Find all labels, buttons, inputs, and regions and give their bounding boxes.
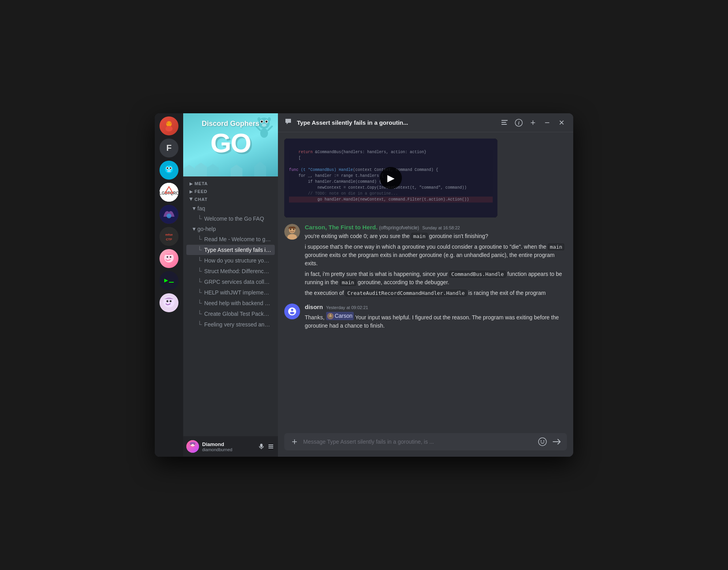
category-feed[interactable]: ▶ FEED — [183, 188, 278, 195]
mention-carson[interactable]: Carson — [326, 312, 354, 320]
minimize-button[interactable]: − — [542, 117, 553, 128]
thread-list-button[interactable] — [499, 117, 510, 128]
server-icon-f[interactable]: F — [159, 139, 178, 158]
server-icon-dark[interactable] — [159, 205, 178, 224]
channel-welcome-faq[interactable]: └ Welcome to the Go FAQ — [186, 214, 275, 224]
channel-read-me[interactable]: └ Read Me - Welcome to go-h... — [186, 234, 275, 244]
svg-point-30 — [266, 121, 268, 123]
svg-rect-21 — [159, 271, 178, 290]
svg-point-9 — [167, 170, 171, 172]
category-feed-arrow: ▶ — [190, 189, 193, 194]
svg-point-58 — [329, 315, 330, 315]
toggle-mute-button[interactable] — [257, 442, 265, 450]
video-embed: return &CommandBus{handlers: handlers, a… — [284, 139, 497, 218]
message-text-1: you're exiting with code 0; are you sure… — [305, 232, 567, 240]
svg-rect-47 — [501, 122, 506, 123]
server-name: Discord Gophers — [202, 120, 259, 128]
subcategory-faq[interactable]: ▶ faq — [186, 204, 275, 213]
app-window: F LGBTQRC — [155, 113, 573, 457]
server-icon-gopher[interactable] — [159, 161, 178, 180]
channel-backend[interactable]: └ Need help with backend choi... — [186, 298, 275, 308]
message-disorn: disorn Yesterday at 09:02:21 Thanks, — [284, 304, 567, 330]
svg-point-19 — [167, 256, 168, 258]
svg-point-61 — [540, 441, 542, 442]
close-button[interactable]: ✕ — [556, 117, 567, 128]
server-icon-anime[interactable] — [159, 249, 178, 268]
server-icon-lgbtq[interactable]: LGBTQRC — [159, 183, 178, 202]
svg-point-57 — [329, 314, 332, 317]
send-button[interactable] — [551, 436, 562, 447]
video-thumbnail[interactable]: return &CommandBus{handlers: handlers, a… — [284, 139, 497, 218]
message-content-disorn: disorn Yesterday at 09:02:21 Thanks, — [305, 304, 567, 330]
channel-struct-method[interactable]: └ Struct Method: Difference be... — [186, 266, 275, 276]
message-text-2: i suppose that's the one way in which a … — [305, 243, 567, 268]
add-button[interactable]: + — [527, 117, 538, 128]
channel-how-structure[interactable]: └ How do you structure your pr... — [186, 255, 275, 266]
header-icons: i + − ✕ — [499, 117, 567, 128]
message-author-disorn: disorn — [305, 304, 323, 310]
svg-point-0 — [166, 121, 172, 127]
channel-jwt[interactable]: └ HELP withJWT implementati... — [186, 287, 275, 298]
server-icon-1[interactable] — [159, 116, 178, 135]
mention-text: Carson — [335, 312, 353, 320]
svg-point-14 — [167, 214, 171, 218]
info-button[interactable]: i — [513, 117, 524, 128]
user-avatar — [186, 440, 199, 453]
svg-text:mfse: mfse — [165, 233, 173, 236]
mention-avatar — [327, 313, 334, 319]
subcategory-go-help[interactable]: ▶ go-help — [186, 224, 275, 234]
svg-rect-46 — [501, 120, 508, 121]
svg-point-20 — [170, 256, 171, 258]
server-list: F LGBTQRC — [155, 113, 183, 457]
category-meta-arrow: ▶ — [190, 182, 193, 186]
channel-global-test[interactable]: └ Create Global Test Package — [186, 309, 275, 319]
category-chat[interactable]: ▶ CHAT — [183, 195, 278, 203]
server-icon-ctf[interactable]: mfse CTF — [159, 227, 178, 246]
emoji-button[interactable] — [537, 436, 548, 447]
svg-point-60 — [538, 438, 546, 446]
svg-point-31 — [262, 124, 266, 127]
chat-title: Type Assert silently fails in a goroutin… — [297, 119, 496, 126]
message-header-disorn: disorn Yesterday at 09:02:21 — [305, 304, 567, 310]
message-carson: Carson, The First to Herd. (offspringofv… — [284, 224, 567, 297]
category-meta[interactable]: ▶ META — [183, 180, 278, 188]
add-attachment-button[interactable]: + — [289, 436, 300, 447]
svg-point-2 — [170, 122, 171, 124]
message-header-carson: Carson, The First to Herd. (offspringofv… — [305, 224, 567, 231]
server-icon-anime2[interactable] — [159, 293, 178, 312]
channel-type-assert[interactable]: └ Type Assert silently fails in a ... — [186, 245, 275, 255]
channel-grpc[interactable]: └ GRPC services data collectio... — [186, 277, 275, 287]
thread-icon — [284, 118, 292, 128]
svg-text:▶: ▶ — [164, 276, 168, 284]
message-avatar-disorn — [284, 304, 300, 319]
svg-line-36 — [268, 126, 272, 130]
channel-sidebar: Discord Gophers GO ▶ META ▶ FEED ▶ CHAT … — [183, 113, 278, 457]
svg-rect-48 — [501, 124, 507, 125]
svg-point-59 — [331, 315, 332, 315]
svg-point-34 — [260, 128, 268, 138]
svg-point-54 — [293, 229, 295, 230]
svg-point-25 — [170, 300, 172, 302]
svg-rect-41 — [260, 444, 263, 447]
server-header[interactable]: Discord Gophers GO — [183, 113, 278, 176]
message-timestamp: Sunday at 16:58:22 — [422, 225, 460, 230]
user-info: Diamond diamondburned — [202, 441, 254, 452]
message-input[interactable] — [303, 435, 534, 449]
message-text-3: in fact, i'm pretty sure that is what is… — [305, 270, 567, 287]
message-content-carson: Carson, The First to Herd. (offspringofv… — [305, 224, 567, 297]
channel-feeling[interactable]: └ Feeling very stressed and no... — [186, 319, 275, 330]
chat-header: Type Assert silently fails in a goroutin… — [278, 113, 573, 132]
play-button[interactable]: ▶ — [380, 167, 402, 189]
svg-point-7 — [167, 167, 168, 169]
message-author-name: Carson, The First to Herd. (offspringofv… — [305, 224, 419, 231]
user-area: Diamond diamondburned — [183, 436, 278, 457]
svg-point-53 — [290, 229, 291, 230]
svg-point-29 — [261, 121, 263, 123]
server-icon-terminal[interactable]: ▶ — [159, 271, 178, 290]
messages-area: return &CommandBus{handlers: handlers, a… — [278, 132, 573, 433]
channels-list: ▶ META ▶ FEED ▶ CHAT ▶ faq └ Welcome to … — [183, 176, 278, 436]
svg-point-3 — [165, 126, 173, 131]
svg-point-24 — [167, 300, 169, 302]
user-settings-button[interactable] — [267, 442, 275, 450]
message-timestamp-disorn: Yesterday at 09:02:21 — [326, 305, 368, 310]
